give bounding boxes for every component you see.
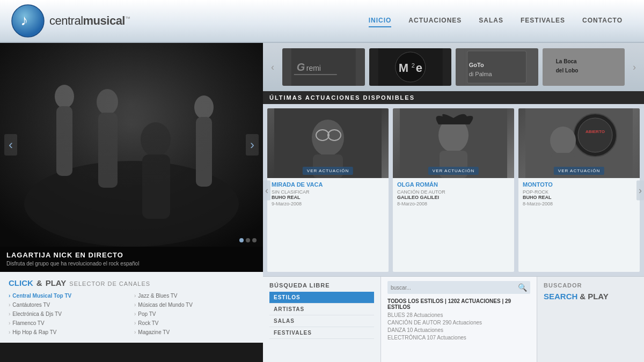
- channel-item[interactable]: Músicas del Mundo TV: [134, 301, 254, 309]
- perf-info-3: MONTOTO POP-ROCK BUHO REAL 8-Marzo-2008: [518, 178, 640, 272]
- svg-text:e: e: [415, 61, 422, 75]
- svg-text:del Lobo: del Lobo: [555, 68, 578, 73]
- result-item-3[interactable]: DANZA 10 Actuaciones: [387, 327, 530, 333]
- bottom-right: BÚSQUEDA LIBRE ESTILOS ARTISTAS SALAS FE…: [263, 276, 644, 362]
- perf-name-2[interactable]: OLGA ROMÁN: [397, 181, 510, 188]
- right-panel: ‹ G remi M 2 e: [263, 43, 644, 362]
- svg-text:G: G: [297, 61, 305, 73]
- results-header: TODOS LOS ESTILOS | 1202 Actuaciones | 2…: [387, 298, 530, 310]
- result-count: 28 Actuaciones: [407, 312, 443, 318]
- actuaciones-header: ÚLTIMAS ACTUACIONES DISPONIBLES: [263, 91, 644, 104]
- perf-card-1: VER ACTUACIÓN MIRADA DE VACA SIN CLASIFI…: [267, 108, 389, 272]
- result-item-2[interactable]: CANCIÓN DE AUTOR 290 Actuaciones: [387, 320, 530, 326]
- svg-text:ABIERTO: ABIERTO: [586, 129, 605, 134]
- play-label: PLAY: [46, 278, 67, 287]
- search-results-panel: 🔍 TODOS LOS ESTILOS | 1202 Actuaciones |…: [381, 277, 537, 362]
- channel-item[interactable]: Magazine TV: [134, 328, 254, 336]
- venue-logo-gremi[interactable]: G remi: [282, 48, 365, 86]
- venue-strip-nav-left[interactable]: ‹: [267, 43, 278, 91]
- nav-salas[interactable]: SALAS: [479, 14, 503, 27]
- result-count: 290 Actuaciones: [443, 320, 482, 326]
- search-cat-artistas[interactable]: ARTISTAS: [269, 304, 374, 315]
- slideshow-nav-left[interactable]: ‹: [4, 134, 17, 156]
- venue-logo-m2e[interactable]: M 2 e: [369, 48, 452, 86]
- selector-label: SELECTOR DE CANALES: [69, 280, 150, 287]
- perf-img-2: VER ACTUACIÓN: [393, 108, 514, 178]
- search-icon[interactable]: 🔍: [518, 283, 527, 292]
- perf-date-3: 8-Marzo-2008: [523, 201, 635, 206]
- svg-text:M: M: [398, 61, 408, 75]
- perf-venue-1: BUHO REAL: [272, 195, 384, 200]
- nav-inicio[interactable]: INICIO: [369, 14, 392, 27]
- svg-point-42: [550, 127, 576, 154]
- perf-nav-left[interactable]: ‹: [263, 180, 270, 200]
- nav-contacto[interactable]: CONTACTO: [582, 14, 623, 27]
- dot-3[interactable]: [252, 238, 257, 242]
- search-cat-festivales[interactable]: FESTIVALES: [269, 327, 374, 339]
- logo-area: ♪ centralmusical™: [11, 4, 182, 38]
- ver-btn-3[interactable]: VER ACTUACIÓN: [554, 167, 604, 175]
- nav-actuaciones[interactable]: ACTUACIONES: [408, 14, 462, 27]
- perf-venue-2: GALILEO GALILEI: [397, 195, 510, 200]
- perf-genre-3: POP-ROCK: [523, 189, 635, 195]
- bottom-left-channels: CLICK & PLAY SELECTOR DE CANALES Central…: [0, 272, 263, 343]
- channel-item[interactable]: Flamenco TV: [9, 319, 129, 327]
- perf-name-1[interactable]: MIRADA DE VACA: [272, 181, 384, 188]
- channel-item[interactable]: Hip Hop & Rap TV: [9, 328, 129, 336]
- perf-info-1: MIRADA DE VACA SIN CLASIFICAR BUHO REAL …: [267, 178, 389, 272]
- dot-2[interactable]: [246, 238, 250, 242]
- channel-item[interactable]: Central Musical Top TV: [9, 292, 129, 300]
- svg-text:♪: ♪: [20, 12, 28, 28]
- nav-festivales[interactable]: FESTIVALES: [521, 14, 565, 27]
- perf-genre-2: CANCIÓN DE AUTOR: [397, 189, 510, 195]
- main-content: › ‹ LAGARTIJA NICK EN DIRECTO Disfruta d…: [0, 43, 644, 362]
- channel-item[interactable]: Jazz & Blues TV: [134, 292, 254, 300]
- search-cat-estilos[interactable]: ESTILOS: [269, 292, 374, 304]
- channel-item[interactable]: Electrónica & Djs TV: [9, 310, 129, 318]
- channels-grid: Central Musical Top TV Jazz & Blues TV C…: [9, 292, 254, 336]
- dot-1[interactable]: [239, 238, 244, 242]
- header: ♪ centralmusical™ INICIO ACTUACIONES SAL…: [0, 0, 644, 43]
- search-section: BÚSQUEDA LIBRE ESTILOS ARTISTAS SALAS FE…: [263, 277, 381, 362]
- search-play-header: SEARCH & PLAY: [544, 292, 638, 301]
- perf-info-2: OLGA ROMÁN CANCIÓN DE AUTOR GALILEO GALI…: [393, 178, 514, 272]
- perf-nav-right[interactable]: ›: [636, 180, 644, 200]
- svg-rect-26: [551, 48, 616, 86]
- perf-genre-1: SIN CLASIFICAR: [272, 189, 384, 195]
- ver-btn-2[interactable]: VER ACTUACIÓN: [428, 167, 479, 175]
- channel-item[interactable]: Cantáutores TV: [9, 301, 129, 309]
- perf-img-1: VER ACTUACIÓN: [267, 108, 389, 178]
- svg-point-40: [578, 118, 612, 152]
- perf-date-2: 8-Marzo-2008: [397, 201, 510, 206]
- and-label: &: [36, 278, 42, 287]
- svg-text:remi: remi: [306, 64, 321, 72]
- performance-cards: ‹ VER ACTUACIÓN MIRADA DE: [263, 104, 644, 276]
- slideshow: › ‹: [0, 43, 263, 247]
- slideshow-title-bar: LAGARTIJA NICK EN DIRECTO Disfruta del g…: [0, 247, 263, 272]
- left-panel: › ‹ LAGARTIJA NICK EN DIRECTO Disfruta d…: [0, 43, 263, 362]
- perf-img-3: ABIERTO VER ACTUACIÓN: [518, 108, 640, 178]
- click-label: CLICK: [9, 278, 33, 287]
- venue-strip-nav-right[interactable]: ›: [629, 43, 640, 91]
- search-cat-salas[interactable]: SALAS: [269, 315, 374, 327]
- ver-btn-1[interactable]: VER ACTUACIÓN: [303, 167, 353, 175]
- channel-item[interactable]: Rock TV: [134, 319, 254, 327]
- result-item-4[interactable]: ELECTRÓNICA 107 Actuaciones: [387, 335, 530, 341]
- perf-card-3: ABIERTO VER ACTUACIÓN MONTOTO POP-ROCK B…: [518, 108, 640, 272]
- venue-logo-goto[interactable]: GoTo di Palma: [456, 48, 538, 86]
- result-item-1[interactable]: BLUES 28 Actuaciones: [387, 312, 530, 318]
- slideshow-desc: Disfruta del grupo que ha revolucionado …: [6, 261, 257, 270]
- svg-text:2: 2: [411, 62, 414, 69]
- logo-text: centralmusical™: [49, 14, 130, 28]
- svg-rect-12: [0, 43, 263, 247]
- slideshow-title: LAGARTIJA NICK EN DIRECTO: [6, 251, 257, 259]
- and-label-b: &: [580, 292, 586, 301]
- channel-item[interactable]: Pop TV: [134, 310, 254, 318]
- result-count: 10 Actuaciones: [407, 327, 443, 333]
- play-s-label: PLAY: [588, 292, 609, 301]
- slideshow-nav-right[interactable]: ›: [246, 134, 259, 156]
- venue-logo-laboca[interactable]: La Boca del Lobo: [543, 48, 625, 86]
- perf-name-3[interactable]: MONTOTO: [523, 181, 635, 188]
- search-input[interactable]: [391, 285, 518, 291]
- logo-icon: ♪: [11, 4, 45, 38]
